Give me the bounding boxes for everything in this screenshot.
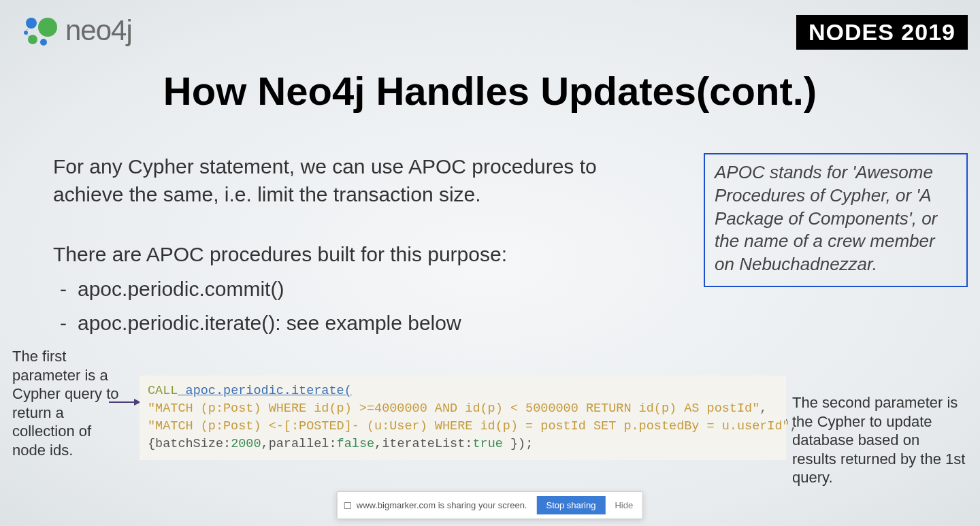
code-string-1: "MATCH (p:Post) WHERE id(p) >=4000000 AN… bbox=[148, 401, 760, 416]
svg-point-0 bbox=[38, 18, 57, 37]
slide-title: How Neo4j Handles Updates(cont.) bbox=[163, 68, 817, 114]
screen-share-bar: www.bigmarker.com is sharing your screen… bbox=[337, 491, 643, 519]
share-message: www.bigmarker.com is sharing your screen… bbox=[344, 500, 527, 510]
code-string-2: "MATCH (p:Post) <-[:POSTED]- (u:User) WH… bbox=[148, 419, 790, 433]
neo4j-icon bbox=[20, 14, 61, 48]
bullet-2: apoc.periodic.iterate(): see example bel… bbox=[53, 310, 666, 338]
annotation-right: The second parameter is the Cypher to up… bbox=[792, 393, 968, 487]
apoc-callout-box: APOC stands for 'Awesome Procedures of C… bbox=[704, 153, 968, 287]
event-badge: NODES 2019 bbox=[796, 15, 968, 50]
bullet-1: apoc.periodic.commit() bbox=[53, 276, 666, 303]
stop-sharing-button[interactable]: Stop sharing bbox=[536, 496, 605, 514]
paragraph-2: There are APOC procedures built for this… bbox=[53, 241, 666, 269]
share-text: www.bigmarker.com is sharing your screen… bbox=[357, 500, 527, 510]
share-indicator-icon bbox=[344, 502, 351, 509]
svg-point-3 bbox=[40, 39, 47, 46]
paragraph-1: For any Cypher statement, we can use APO… bbox=[53, 153, 666, 208]
logo-text: neo4j bbox=[65, 14, 132, 47]
slide-body: For any Cypher statement, we can use APO… bbox=[53, 153, 666, 338]
arrow-left-icon bbox=[109, 401, 140, 403]
code-keyword: CALL bbox=[148, 384, 178, 398]
code-function: apoc.periodic.iterate( bbox=[178, 384, 351, 398]
code-example: CALL apoc.periodic.iterate( "MATCH (p:Po… bbox=[140, 376, 786, 460]
annotation-left: The first parameter is a Cypher query to… bbox=[12, 347, 128, 459]
neo4j-logo: neo4j bbox=[20, 14, 132, 48]
hide-link[interactable]: Hide bbox=[615, 500, 633, 510]
